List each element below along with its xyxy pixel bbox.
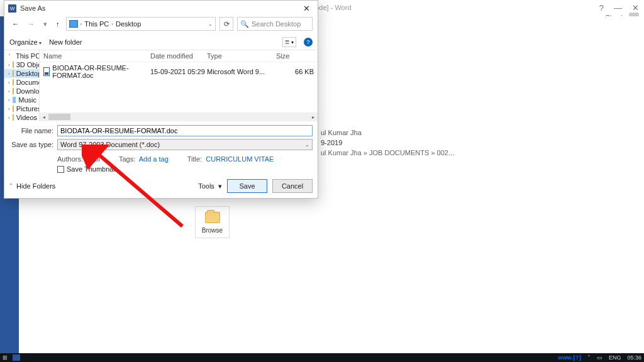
tray-clock[interactable]: 05:36 — [627, 354, 641, 361]
scroll-track[interactable] — [48, 114, 309, 120]
fld-icon — [13, 70, 14, 77]
tools-menu[interactable]: Tools ▾ — [198, 182, 222, 190]
taskbar-word-icon[interactable] — [13, 354, 20, 361]
doc-icon — [43, 67, 50, 76]
dialog-navbar: ← → ▾ ↑ › This PC › Desktop ⌄ ⟳ 🔍 Search… — [4, 16, 318, 35]
crumb-root[interactable]: This PC — [84, 20, 109, 28]
tags-add[interactable]: Add a tag — [139, 155, 169, 163]
col-date[interactable]: Date modified — [150, 52, 207, 60]
tree-item-documents[interactable]: ›Documents — [4, 78, 39, 87]
tree-twist-icon[interactable]: › — [8, 97, 10, 103]
word-help-icon[interactable]: ? — [599, 3, 604, 13]
browse-button[interactable]: Browse — [195, 206, 230, 238]
chevron-up-icon: ˄ — [9, 183, 13, 189]
col-name[interactable]: Name — [43, 52, 150, 60]
tree-twist-icon[interactable]: › — [8, 71, 10, 77]
scroll-right-icon[interactable]: ▸ — [309, 114, 318, 120]
organize-menu[interactable]: Organize — [9, 38, 42, 46]
fld-icon — [13, 88, 14, 94]
dialog-title: Save As — [20, 4, 45, 12]
chevron-right-icon: › — [111, 21, 113, 27]
view-options-icon[interactable]: ☰ ▾ — [282, 37, 296, 47]
pc-icon — [69, 20, 78, 28]
new-folder-button[interactable]: New folder — [49, 38, 82, 46]
save-thumbnail-checkbox[interactable] — [57, 166, 64, 173]
authors-value[interactable]: babi — [87, 155, 100, 163]
chevron-down-icon[interactable]: ⌄ — [208, 21, 213, 27]
file-list-pane: Name Date modified Type Size BIODATA-OR-… — [40, 50, 318, 121]
save-as-dialog: W Save As ✕ ← → ▾ ↑ › This PC › Desktop … — [4, 0, 318, 199]
folder-tree[interactable]: ˅This PC›3D Objects›Desktop›Documents›Do… — [4, 50, 40, 121]
horizontal-scrollbar[interactable]: ◂ ▸ — [40, 112, 318, 121]
tree-twist-icon[interactable]: › — [8, 115, 10, 121]
scroll-left-icon[interactable]: ◂ — [40, 114, 48, 120]
file-row[interactable]: BIODATA-OR-RESUME-FORMAT.doc15-09-2021 0… — [40, 62, 318, 81]
col-size[interactable]: Size — [276, 52, 314, 60]
taskbar[interactable]: ⊞ www.[?] ˄ ▭ ENG 05:36 — [0, 353, 644, 362]
tree-twist-icon[interactable]: ˅ — [8, 53, 11, 59]
fld-icon — [13, 62, 14, 68]
save-as-type-select[interactable]: Word 97-2003 Document (*.doc) ⌄ — [57, 139, 313, 150]
crumb-leaf[interactable]: Desktop — [116, 20, 141, 28]
dialog-titlebar: W Save As ✕ — [4, 1, 318, 16]
save-thumbnail-label: Save Thumbnail — [67, 165, 116, 173]
tree-item-this-pc[interactable]: ˅This PC — [4, 52, 39, 60]
tree-item-3d-objects[interactable]: ›3D Objects — [4, 60, 39, 69]
ghost-metadata: ul Kumar Jha 9-2019 ul Kumar Jha » JOB D… — [321, 129, 454, 156]
doc-title-value[interactable]: CURRICULUM VITAE — [206, 155, 274, 163]
tree-item-pictures[interactable]: ›Pictures — [4, 104, 39, 113]
search-input[interactable]: 🔍 Search Desktop — [237, 17, 313, 31]
cancel-button[interactable]: Cancel — [272, 179, 313, 193]
word-close-icon[interactable]: ✕ — [632, 3, 639, 13]
file-name-label: File name: — [9, 127, 57, 134]
tree-twist-icon[interactable]: › — [8, 62, 10, 68]
column-headers[interactable]: Name Date modified Type Size — [40, 50, 318, 62]
word-app-icon: W — [8, 4, 16, 13]
tree-twist-icon[interactable]: › — [8, 106, 10, 112]
search-icon: 🔍 — [240, 20, 249, 28]
save-as-type-label: Save as type: — [9, 141, 57, 148]
tray-chevron-icon[interactable]: ˄ — [587, 354, 591, 361]
start-button-icon[interactable]: ⊞ — [3, 354, 8, 361]
close-icon[interactable]: ✕ — [299, 3, 314, 14]
help-icon[interactable]: ? — [304, 38, 313, 47]
scroll-thumb[interactable] — [48, 114, 70, 120]
watermark: www.[?] — [558, 354, 581, 361]
file-name-input[interactable] — [57, 125, 313, 136]
mus-icon — [13, 97, 16, 103]
breadcrumb[interactable]: › This PC › Desktop ⌄ — [66, 17, 216, 31]
save-button[interactable]: Save — [227, 179, 267, 193]
col-type[interactable]: Type — [207, 52, 276, 60]
tree-twist-icon[interactable]: › — [8, 89, 10, 94]
metadata-row: Authors: babi Tags: Add a tag Title: CUR… — [4, 153, 318, 164]
chevron-right-icon: › — [80, 21, 82, 27]
tray-language[interactable]: ENG — [609, 354, 621, 361]
fld-icon — [13, 114, 14, 121]
tray-network-icon[interactable]: ▭ — [597, 354, 602, 361]
hide-folders-toggle[interactable]: ˄ Hide Folders — [9, 182, 55, 190]
tree-item-desktop[interactable]: ›Desktop — [4, 69, 39, 78]
search-placeholder: Search Desktop — [252, 20, 301, 28]
fld-icon — [13, 106, 14, 112]
refresh-icon[interactable]: ⟳ — [219, 17, 233, 31]
nav-up-icon[interactable]: ↑ — [53, 19, 62, 29]
tree-item-videos[interactable]: ›Videos — [4, 113, 39, 121]
dialog-toolbar: Organize New folder ☰ ▾ ? — [4, 35, 318, 50]
tree-item-downloads[interactable]: ›Downloads — [4, 87, 39, 96]
fld-icon — [13, 79, 14, 85]
folder-icon — [205, 212, 220, 223]
tree-item-music[interactable]: ›Music — [4, 96, 39, 104]
nav-forward-icon: → — [25, 19, 37, 29]
nav-back-icon[interactable]: ← — [9, 19, 21, 29]
chevron-down-icon: ⌄ — [305, 142, 309, 148]
word-minimize-icon[interactable]: — — [614, 3, 622, 13]
nav-recent-icon[interactable]: ▾ — [41, 19, 50, 30]
tree-twist-icon[interactable]: › — [8, 80, 10, 85]
